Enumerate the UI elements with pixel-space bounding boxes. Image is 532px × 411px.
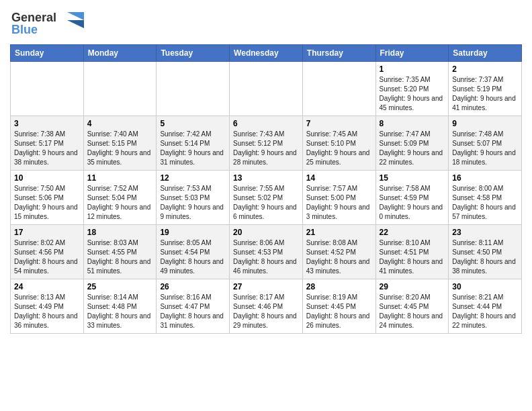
day-cell: 1Sunrise: 7:35 AM Sunset: 5:20 PM Daylig… (375, 62, 449, 116)
day-cell: 9Sunrise: 7:48 AM Sunset: 5:07 PM Daylig… (449, 116, 522, 171)
day-info: Sunrise: 7:57 AM Sunset: 5:00 PM Dayligh… (306, 184, 372, 222)
day-cell: 6Sunrise: 7:43 AM Sunset: 5:12 PM Daylig… (230, 116, 303, 171)
day-info: Sunrise: 8:11 AM Sunset: 4:50 PM Dayligh… (452, 238, 518, 276)
day-number: 8 (380, 119, 445, 128)
day-number: 12 (160, 173, 226, 183)
day-cell: 12Sunrise: 7:53 AM Sunset: 5:03 PM Dayli… (157, 171, 230, 225)
day-info: Sunrise: 8:02 AM Sunset: 4:56 PM Dayligh… (14, 238, 80, 276)
day-number: 3 (14, 119, 80, 128)
day-number: 21 (306, 228, 372, 237)
day-number: 1 (380, 64, 445, 74)
day-number: 22 (380, 228, 445, 237)
day-cell: 18Sunrise: 8:03 AM Sunset: 4:55 PM Dayli… (83, 225, 157, 279)
day-cell: 21Sunrise: 8:08 AM Sunset: 4:52 PM Dayli… (302, 225, 375, 279)
day-cell: 15Sunrise: 7:58 AM Sunset: 4:59 PM Dayli… (375, 171, 449, 225)
day-number: 13 (233, 173, 299, 183)
svg-text:General: General (11, 11, 56, 24)
day-cell: 28Sunrise: 8:19 AM Sunset: 4:45 PM Dayli… (302, 279, 375, 334)
day-number: 29 (380, 282, 445, 291)
day-number: 6 (233, 119, 299, 128)
day-info: Sunrise: 8:20 AM Sunset: 4:45 PM Dayligh… (380, 293, 445, 330)
day-info: Sunrise: 8:17 AM Sunset: 4:46 PM Dayligh… (233, 293, 299, 330)
day-number: 7 (306, 119, 372, 128)
week-row-1: 1Sunrise: 7:35 AM Sunset: 5:20 PM Daylig… (11, 62, 522, 116)
day-info: Sunrise: 8:14 AM Sunset: 4:48 PM Dayligh… (87, 293, 153, 330)
svg-text:Blue: Blue (11, 23, 38, 36)
column-header-wednesday: Wednesday (230, 45, 303, 62)
day-info: Sunrise: 8:08 AM Sunset: 4:52 PM Dayligh… (306, 238, 372, 276)
day-cell: 2Sunrise: 7:37 AM Sunset: 5:19 PM Daylig… (449, 62, 522, 116)
day-number: 18 (87, 228, 153, 237)
calendar-table: SundayMondayTuesdayWednesdayThursdayFrid… (10, 44, 522, 334)
calendar-body: 1Sunrise: 7:35 AM Sunset: 5:20 PM Daylig… (11, 62, 522, 334)
day-cell: 11Sunrise: 7:52 AM Sunset: 5:04 PM Dayli… (83, 171, 157, 225)
day-info: Sunrise: 7:38 AM Sunset: 5:17 PM Dayligh… (14, 130, 80, 167)
day-cell: 27Sunrise: 8:17 AM Sunset: 4:46 PM Dayli… (230, 279, 303, 334)
day-cell: 29Sunrise: 8:20 AM Sunset: 4:45 PM Dayli… (375, 279, 449, 334)
day-cell (83, 62, 157, 116)
day-cell: 26Sunrise: 8:16 AM Sunset: 4:47 PM Dayli… (157, 279, 230, 334)
day-number: 15 (380, 173, 445, 183)
day-cell (157, 62, 230, 116)
day-cell: 5Sunrise: 7:42 AM Sunset: 5:14 PM Daylig… (157, 116, 230, 171)
day-info: Sunrise: 8:00 AM Sunset: 4:58 PM Dayligh… (452, 184, 518, 222)
day-cell: 19Sunrise: 8:05 AM Sunset: 4:54 PM Dayli… (157, 225, 230, 279)
day-info: Sunrise: 7:35 AM Sunset: 5:20 PM Dayligh… (380, 75, 445, 113)
day-number: 4 (87, 119, 153, 128)
column-header-thursday: Thursday (302, 45, 375, 62)
svg-marker-3 (67, 20, 84, 28)
day-info: Sunrise: 8:19 AM Sunset: 4:45 PM Dayligh… (306, 293, 372, 330)
svg-marker-2 (67, 12, 84, 20)
week-row-4: 17Sunrise: 8:02 AM Sunset: 4:56 PM Dayli… (11, 225, 522, 279)
day-info: Sunrise: 7:43 AM Sunset: 5:12 PM Dayligh… (233, 130, 299, 167)
day-info: Sunrise: 7:52 AM Sunset: 5:04 PM Dayligh… (87, 184, 153, 222)
day-info: Sunrise: 7:53 AM Sunset: 5:03 PM Dayligh… (160, 184, 226, 222)
day-number: 20 (233, 228, 299, 237)
day-info: Sunrise: 8:13 AM Sunset: 4:49 PM Dayligh… (14, 293, 80, 330)
day-number: 5 (160, 119, 226, 128)
day-cell (11, 62, 84, 116)
day-cell: 22Sunrise: 8:10 AM Sunset: 4:51 PM Dayli… (375, 225, 449, 279)
day-info: Sunrise: 8:05 AM Sunset: 4:54 PM Dayligh… (160, 238, 226, 276)
day-cell: 23Sunrise: 8:11 AM Sunset: 4:50 PM Dayli… (449, 225, 522, 279)
day-info: Sunrise: 7:40 AM Sunset: 5:15 PM Dayligh… (87, 130, 153, 167)
day-info: Sunrise: 7:47 AM Sunset: 5:09 PM Dayligh… (380, 130, 445, 167)
week-row-2: 3Sunrise: 7:38 AM Sunset: 5:17 PM Daylig… (11, 116, 522, 171)
day-cell: 24Sunrise: 8:13 AM Sunset: 4:49 PM Dayli… (11, 279, 84, 334)
day-info: Sunrise: 7:42 AM Sunset: 5:14 PM Dayligh… (160, 130, 226, 167)
logo-text: General Blue (10, 7, 84, 39)
day-number: 9 (452, 119, 518, 128)
day-cell: 20Sunrise: 8:06 AM Sunset: 4:53 PM Dayli… (230, 225, 303, 279)
day-number: 27 (233, 282, 299, 291)
day-cell: 30Sunrise: 8:21 AM Sunset: 4:44 PM Dayli… (449, 279, 522, 334)
day-number: 16 (452, 173, 518, 183)
day-info: Sunrise: 8:16 AM Sunset: 4:47 PM Dayligh… (160, 293, 226, 330)
day-number: 10 (14, 173, 80, 183)
day-info: Sunrise: 8:21 AM Sunset: 4:44 PM Dayligh… (452, 293, 518, 330)
week-row-5: 24Sunrise: 8:13 AM Sunset: 4:49 PM Dayli… (11, 279, 522, 334)
day-cell: 8Sunrise: 7:47 AM Sunset: 5:09 PM Daylig… (375, 116, 449, 171)
day-cell: 25Sunrise: 8:14 AM Sunset: 4:48 PM Dayli… (83, 279, 157, 334)
logo: General Blue (10, 7, 84, 39)
day-info: Sunrise: 7:48 AM Sunset: 5:07 PM Dayligh… (452, 130, 518, 167)
header: General Blue (10, 7, 522, 39)
column-header-friday: Friday (375, 45, 449, 62)
day-info: Sunrise: 7:37 AM Sunset: 5:19 PM Dayligh… (452, 75, 518, 113)
day-number: 14 (306, 173, 372, 183)
page-container: General Blue SundayMondayTuesdayWednesda… (0, 0, 532, 340)
day-info: Sunrise: 7:45 AM Sunset: 5:10 PM Dayligh… (306, 130, 372, 167)
column-header-saturday: Saturday (449, 45, 522, 62)
column-header-sunday: Sunday (11, 45, 84, 62)
day-number: 11 (87, 173, 153, 183)
day-number: 28 (306, 282, 372, 291)
day-cell: 14Sunrise: 7:57 AM Sunset: 5:00 PM Dayli… (302, 171, 375, 225)
day-cell: 13Sunrise: 7:55 AM Sunset: 5:02 PM Dayli… (230, 171, 303, 225)
day-cell: 16Sunrise: 8:00 AM Sunset: 4:58 PM Dayli… (449, 171, 522, 225)
day-number: 24 (14, 282, 80, 291)
calendar-header-row: SundayMondayTuesdayWednesdayThursdayFrid… (11, 45, 522, 62)
day-info: Sunrise: 8:10 AM Sunset: 4:51 PM Dayligh… (380, 238, 445, 276)
day-info: Sunrise: 7:50 AM Sunset: 5:06 PM Dayligh… (14, 184, 80, 222)
day-number: 19 (160, 228, 226, 237)
week-row-3: 10Sunrise: 7:50 AM Sunset: 5:06 PM Dayli… (11, 171, 522, 225)
day-cell (302, 62, 375, 116)
